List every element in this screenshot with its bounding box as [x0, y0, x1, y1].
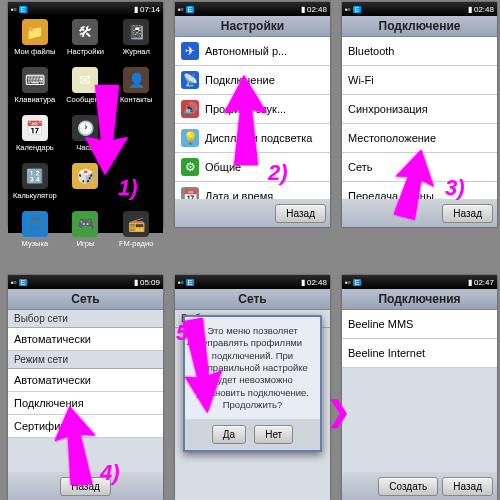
status-bar: ▪▫E▮02:48 — [342, 2, 497, 16]
status-bar: ▪▫E▮02:48 — [175, 2, 330, 16]
clock-text: 07:14 — [140, 5, 160, 14]
back-button[interactable]: Назад — [275, 204, 326, 223]
status-bar: ▪▫E▮02:47 — [342, 275, 497, 289]
app-icon[interactable]: 📻FM-радио — [111, 211, 161, 258]
section-network-mode: Режим сети — [8, 351, 163, 369]
back-button[interactable]: Назад — [442, 204, 493, 223]
title-bar: Подключения — [342, 289, 497, 310]
status-bar: ▪▫E▮05:09 — [8, 275, 163, 289]
title-bar: Настройки — [175, 16, 330, 37]
app-icon[interactable]: ✉Сообщен... — [61, 67, 111, 114]
screen-6-profiles: ▪▫E▮02:47 Подключения Beeline MMSBeeline… — [342, 275, 497, 500]
screen-1-home: ▪▫E ▮07:14 📁Мои файлы🛠Настройки📓Журнал⌨К… — [8, 2, 163, 227]
app-icon[interactable]: 📓Журнал — [111, 19, 161, 66]
section-network-select: Выбор сети — [8, 310, 163, 328]
bottom-bar: Создать Назад — [342, 472, 497, 500]
status-bar: ▪▫E▮02:48 — [175, 275, 330, 289]
app-icon[interactable]: 🎵Музыка — [10, 211, 60, 258]
list-item[interactable]: Wi-Fi — [342, 66, 497, 95]
bottom-bar: Назад — [175, 199, 330, 227]
step-2-label: 2) — [268, 160, 288, 186]
app-icon[interactable]: 📅Календарь — [10, 115, 60, 162]
yes-button[interactable]: Да — [212, 425, 246, 444]
confirm-dialog: Это меню позволяет управлять профилями п… — [183, 315, 322, 452]
profiles-list: Beeline MMSBeeline Internet — [342, 310, 497, 368]
app-icon[interactable]: ⌨Клавиатура — [10, 67, 60, 114]
dialog-text: Это меню позволяет управлять профилями п… — [185, 317, 320, 419]
screen-5-dialog: ▪▫E▮02:48 Сеть Выбор сети Это меню позво… — [175, 275, 330, 500]
list-item[interactable]: Bluetooth — [342, 37, 497, 66]
app-icon[interactable]: 🎮Игры — [61, 211, 111, 258]
bottom-bar: Назад — [8, 472, 163, 500]
home-grid: 📁Мои файлы🛠Настройки📓Журнал⌨Клавиатура✉С… — [8, 16, 163, 233]
battery-icon: ▮ — [134, 5, 138, 14]
screen-3-connection: ▪▫E▮02:48 Подключение BluetoothWi-FiСинх… — [342, 2, 497, 227]
title-bar: Сеть — [175, 289, 330, 310]
app-icon[interactable]: 📁Мои файлы — [10, 19, 60, 66]
create-button[interactable]: Создать — [378, 477, 438, 496]
app-icon[interactable]: 🛠Настройки — [61, 19, 111, 66]
dialog-buttons: Да Нет — [185, 419, 320, 450]
signal-icon: ▪▫ — [11, 5, 17, 14]
bottom-bar: Назад — [342, 199, 497, 227]
title-bar: Сеть — [8, 289, 163, 310]
list-item[interactable]: Beeline Internet — [342, 339, 497, 368]
settings-list: ✈Автономный р...📡Подключение🔊Профили зву… — [175, 37, 330, 211]
edge-icon: E — [19, 6, 28, 13]
app-icon[interactable]: 🔢Калькулятор — [10, 163, 60, 210]
step-4-label: 4) — [100, 460, 120, 486]
item-connections[interactable]: Подключения — [8, 392, 163, 415]
list-item[interactable]: Синхронизация — [342, 95, 497, 124]
connection-list: BluetoothWi-FiСинхронизацияМестоположени… — [342, 37, 497, 211]
step-1-label: 1) — [118, 175, 138, 201]
list-item[interactable]: 📡Подключение — [175, 66, 330, 95]
step-5-label: 5) — [176, 320, 196, 346]
value-network-mode[interactable]: Автоматически — [8, 369, 163, 392]
title-bar: Подключение — [342, 16, 497, 37]
list-item[interactable]: Beeline MMS — [342, 310, 497, 339]
screen-2-settings: ▪▫E▮02:48 Настройки ✈Автономный р...📡Под… — [175, 2, 330, 227]
list-item[interactable]: ⚙Общие — [175, 153, 330, 182]
item-certificates[interactable]: Сертификаты — [8, 415, 163, 438]
arrow-right-icon: ❯ — [327, 395, 350, 428]
status-bar: ▪▫E ▮07:14 — [8, 2, 163, 16]
back-button[interactable]: Назад — [442, 477, 493, 496]
app-icon[interactable]: 🎲 — [61, 163, 111, 210]
list-item[interactable]: Местоположение — [342, 124, 497, 153]
app-icon[interactable]: 🕐Часы — [61, 115, 111, 162]
value-network-select[interactable]: Автоматически — [8, 328, 163, 351]
app-icon[interactable]: 👤Контакты — [111, 67, 161, 114]
no-button[interactable]: Нет — [254, 425, 293, 444]
list-item[interactable]: Сеть — [342, 153, 497, 182]
step-3-label: 3) — [445, 175, 465, 201]
list-item[interactable]: 💡Дисплей и подсветка — [175, 124, 330, 153]
screen-4-network: ▪▫E▮05:09 Сеть Выбор сети Автоматически … — [8, 275, 163, 500]
app-icon[interactable] — [111, 115, 161, 162]
list-item[interactable]: 🔊Профили звук... — [175, 95, 330, 124]
list-item[interactable]: ✈Автономный р... — [175, 37, 330, 66]
